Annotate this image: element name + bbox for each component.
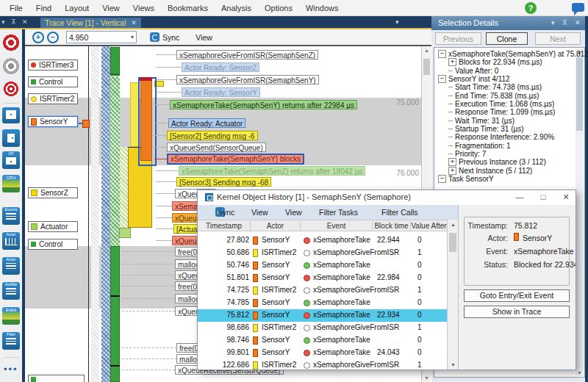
menu-analysis[interactable]: Analysis bbox=[215, 0, 258, 16]
view-menu[interactable]: View bbox=[196, 33, 212, 42]
tree-item[interactable]: Response Time: 1.099 (ms.µs) bbox=[448, 108, 555, 116]
task-label-isrtimer3[interactable]: ISRTimer3 bbox=[28, 60, 78, 71]
collapse-icon[interactable] bbox=[438, 175, 446, 183]
collapse-icon[interactable] bbox=[438, 50, 446, 58]
table-row[interactable]: 50.686ISRTimer2 xSemaphoreGiveFromISR 1 bbox=[198, 247, 447, 259]
communication-flow-icon[interactable]: CF bbox=[2, 151, 20, 169]
control-ready-column[interactable] bbox=[110, 76, 120, 246]
dialog-view-menu[interactable]: View bbox=[285, 208, 302, 217]
event-log-icon[interactable]: Events bbox=[2, 207, 20, 225]
event-label[interactable]: Actor Ready: SensorZ bbox=[182, 62, 259, 72]
table-scrollbar[interactable]: ▲ ▼ bbox=[447, 220, 458, 370]
next-button[interactable]: Next bbox=[535, 32, 581, 45]
col-value-after[interactable]: Value After bbox=[411, 221, 447, 231]
table-row[interactable]: 50.746SensorY xSemaphoreTake 0 bbox=[198, 259, 447, 272]
menu-layout[interactable]: Layout bbox=[58, 0, 96, 16]
menu-view[interactable]: View bbox=[96, 0, 126, 16]
event-label[interactable]: Actor Ready: Actuator bbox=[168, 118, 245, 128]
tree-item[interactable]: Next Instance (5 / 112) bbox=[448, 167, 532, 175]
menu-views[interactable]: Views bbox=[126, 0, 161, 16]
tree-item[interactable]: Previous Instance (3 / 112) bbox=[448, 158, 546, 166]
scrollbar-thumb[interactable] bbox=[576, 57, 583, 131]
panel-header-icons[interactable]: ▾ ⊼ ✕ bbox=[551, 19, 584, 26]
feedback-icon[interactable] bbox=[572, 3, 584, 12]
tree-item[interactable]: Value After: 0 bbox=[448, 67, 498, 75]
col-timestamp[interactable]: Timestamp bbox=[198, 221, 251, 231]
menu-file[interactable]: File bbox=[3, 0, 29, 16]
event-label[interactable]: xSemaphoreGiveFromISR(SemaphSenZ) bbox=[176, 50, 318, 60]
task-label-actuator[interactable]: Actuator bbox=[28, 221, 78, 232]
idle-column[interactable] bbox=[91, 46, 99, 382]
tree-item[interactable]: Task SensorY bbox=[438, 175, 494, 183]
table-row[interactable]: 98.686ISRTimer2 xSemaphoreGiveFromISR 1 bbox=[198, 322, 447, 334]
actuator-task-bar[interactable] bbox=[119, 228, 131, 238]
dialog-view-menu[interactable]: View bbox=[251, 208, 268, 217]
expand-icon[interactable] bbox=[448, 158, 456, 166]
tab-close-icon[interactable]: ✕ bbox=[131, 18, 137, 29]
help-icon[interactable] bbox=[525, 2, 537, 14]
table-row[interactable]: 74.785SensorY xSemaphoreTake 0 bbox=[198, 297, 447, 309]
event-label[interactable]: xSemaphoreTake(SemaphSenZ) returns after… bbox=[179, 166, 365, 176]
tab-trace-view[interactable]: Trace View [1] - Vertical ✕ bbox=[40, 18, 141, 29]
scroll-up-icon[interactable]: ▲ bbox=[424, 48, 429, 53]
stop-icon[interactable] bbox=[2, 57, 20, 75]
record-icon[interactable] bbox=[2, 34, 20, 51]
scroll-down-icon[interactable]: ▼ bbox=[451, 362, 456, 367]
event-label[interactable]: xQueueSend(SensorQueue) bbox=[167, 143, 266, 152]
show-in-trace-button[interactable]: Show in Trace bbox=[464, 306, 570, 318]
event-label[interactable]: [Sensor3] Sending msg -68 bbox=[176, 177, 271, 187]
minimize-icon[interactable]: — bbox=[510, 190, 529, 204]
target-icon[interactable] bbox=[3, 81, 19, 97]
table-row[interactable]: 74.725ISRTimer2 xSemaphoreGiveFromISR 1 bbox=[198, 284, 447, 297]
tab-overflow-icon[interactable]: ▾ bbox=[395, 18, 399, 26]
table-row[interactable]: 27.802SensorY xSemaphoreTake 22.9440 bbox=[198, 234, 447, 247]
cpu-load-icon[interactable]: CPU bbox=[2, 175, 20, 192]
isr-bar[interactable] bbox=[140, 77, 152, 81]
grid-view-icon[interactable] bbox=[2, 107, 20, 123]
event-label-selected[interactable]: xSemaphoreTake(SemaphSenY) blocks bbox=[167, 154, 304, 165]
tree-item[interactable]: Response Interference: 2.90% bbox=[448, 133, 554, 141]
expand-icon[interactable] bbox=[448, 58, 456, 66]
scrollbar-thumb[interactable] bbox=[449, 233, 456, 252]
clone-button[interactable]: Clone bbox=[486, 32, 528, 45]
event-label[interactable]: xSemaphoreTake(SemaphSenY) returns after… bbox=[170, 100, 357, 109]
menu-find[interactable]: Find bbox=[29, 0, 58, 16]
task-label-isrtimer2[interactable]: ISRTimer2 bbox=[28, 93, 78, 104]
tree-item[interactable]: End Time: 75.838 (ms.µs) bbox=[448, 92, 539, 100]
task-label-sensorz[interactable]: SensorZ bbox=[28, 187, 78, 198]
tree-item[interactable]: Startup Time: 31 (µs) bbox=[448, 125, 524, 133]
task-label-partial[interactable] bbox=[28, 375, 85, 382]
tree-item[interactable]: Wait Time: 31 (µs) bbox=[448, 117, 514, 125]
table-row-selected[interactable]: 75.812SensorY xSemaphoreTake 22.9340 bbox=[198, 309, 447, 322]
maximize-icon[interactable]: □ bbox=[534, 190, 553, 204]
tree-item[interactable]: SensorY inst 4/112 bbox=[438, 75, 510, 83]
scroll-down-icon[interactable]: ▼ bbox=[424, 375, 429, 381]
filter-tasks-menu[interactable]: Filter Tasks bbox=[319, 208, 358, 217]
previous-button[interactable]: Previous bbox=[435, 32, 481, 45]
control-task-bar[interactable] bbox=[110, 246, 120, 382]
table-row[interactable]: 122.686ISRTimer2 xSemaphoreGiveFromISR 1 bbox=[198, 359, 447, 370]
collapse-icon[interactable] bbox=[438, 75, 446, 83]
scroll-up-icon[interactable]: ▲ bbox=[451, 222, 456, 227]
sensory-marker[interactable] bbox=[82, 120, 90, 128]
event-label[interactable]: xSemaphoreGiveFromISR(SemaphSenY) bbox=[176, 75, 319, 84]
tree-item[interactable]: xSemaphoreTake(SemaphSenY) at 75.812 (ms… bbox=[438, 50, 588, 58]
zoom-in-icon[interactable]: + bbox=[32, 32, 44, 43]
task-label-sensory[interactable]: SensorY bbox=[28, 116, 78, 127]
panel-controls[interactable]: ▾ ⊼ ✕ bbox=[1, 18, 30, 26]
table-row[interactable]: 51.801SensorY xSemaphoreTake 22.9840 bbox=[198, 272, 447, 284]
trace-flow-icon[interactable] bbox=[2, 129, 20, 147]
zoom-out-icon[interactable]: − bbox=[47, 32, 59, 43]
event-label[interactable]: Actor Ready: SensorY bbox=[182, 87, 260, 97]
tree-scrollbar[interactable]: ▲ ▼ bbox=[576, 48, 584, 376]
scroll-down-icon[interactable]: ▼ bbox=[577, 370, 582, 375]
menu-options[interactable]: Options bbox=[258, 0, 299, 16]
menu-bookmarks[interactable]: Bookmarks bbox=[161, 0, 215, 16]
api-usage-icon[interactable]: ApWar bbox=[2, 282, 20, 300]
task-label-control[interactable]: Control bbox=[28, 76, 78, 87]
task-label-control2[interactable]: Control bbox=[28, 239, 78, 250]
sync-button[interactable]: Sync bbox=[162, 33, 179, 42]
event-intensity-icon[interactable]: EvtInt bbox=[2, 307, 20, 325]
menu-windows[interactable]: Windows bbox=[299, 0, 345, 16]
col-actor[interactable]: Actor bbox=[251, 221, 301, 231]
